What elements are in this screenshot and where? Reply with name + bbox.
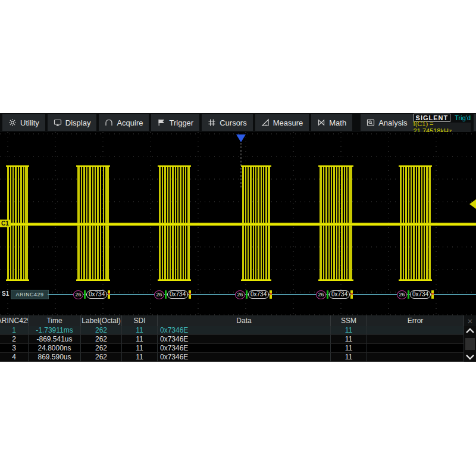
cell-time: -1.73911ms — [29, 326, 81, 335]
close-table-button[interactable]: × — [464, 315, 476, 326]
decode-frame-end-bar — [350, 290, 353, 299]
cell-error — [367, 326, 464, 335]
table-row-2[interactable]: 2-869.541us262110x7346E11 — [0, 335, 464, 344]
cell-error — [367, 353, 464, 362]
table-row-4[interactable]: 4869.590us262110x7346E11 — [0, 353, 464, 362]
menu-bar: UtilityDisplayAcquireTriggerCursorsMeasu… — [0, 113, 476, 132]
cell-time: 869.590us — [29, 353, 81, 362]
decode-frame: 260x734 — [235, 290, 272, 299]
cell-error — [367, 335, 464, 344]
decode-frame-label: 26 — [73, 290, 83, 299]
cursors-icon — [208, 118, 216, 127]
table-scrollbar[interactable] — [464, 326, 476, 362]
cell-data: 0x7346E — [158, 344, 331, 353]
cell-index: 3 — [0, 344, 29, 353]
decode-frame: 260x734 — [316, 290, 353, 299]
arinc429-config-button[interactable]: ARINC429 CONFIG — [474, 114, 476, 131]
decode-frame-end-bar — [270, 290, 272, 299]
cell-sdi: 11 — [122, 344, 158, 353]
cell-data: 0x7346E — [158, 353, 331, 362]
oscilloscope-screen: UtilityDisplayAcquireTriggerCursorsMeasu… — [0, 113, 476, 362]
frequency-readout: f(C1) = 21.74518kHz — [414, 123, 471, 132]
cell-data: 0x7346E — [158, 335, 331, 344]
waveform-plot — [0, 132, 476, 315]
menu-item-label: Cursors — [220, 118, 247, 127]
cell-label: 262 — [81, 344, 122, 353]
decode-frame-data: 0x734 — [410, 290, 431, 299]
flag-icon — [157, 118, 165, 127]
menu-item-label: Display — [65, 118, 91, 127]
decode-frame-end-bar — [108, 290, 110, 299]
cell-data: 0x7346E — [158, 326, 331, 335]
menu-item-utility[interactable]: Utility — [2, 114, 45, 131]
decode-frame-data: 0x734 — [167, 290, 188, 299]
math-icon — [317, 118, 325, 127]
acquire-icon — [105, 118, 113, 127]
table-row-1[interactable]: 1-1.73911ms262110x7346E11 — [0, 326, 464, 335]
column-header-label-octal-: Label(Octal) — [81, 315, 122, 326]
decode-frame-label: 26 — [154, 290, 164, 299]
menu-item-label: Trigger — [169, 118, 193, 127]
cell-sdi: 11 — [122, 326, 158, 335]
trace-baseline-bright — [0, 224, 476, 226]
column-header-error: Error — [367, 315, 464, 326]
decode-table: ARINC429TimeLabel(Octal)SDIDataSSMError … — [0, 315, 476, 362]
cell-time: -869.541us — [29, 335, 81, 344]
cell-ssm: 11 — [331, 353, 367, 362]
table-row-3[interactable]: 324.8000ns262110x7346E11 — [0, 344, 464, 353]
analysis-icon — [367, 118, 375, 127]
trigger-level-marker[interactable] — [469, 199, 476, 209]
menu-item-cursors[interactable]: Cursors — [202, 114, 253, 131]
menu-item-label: Math — [329, 118, 346, 127]
menu-item-math[interactable]: Math — [311, 114, 352, 131]
channel-c1-badge[interactable]: C1 — [0, 220, 11, 227]
decode-frame-end-bar — [189, 290, 191, 299]
measure-icon — [261, 118, 270, 127]
gear-icon — [8, 118, 17, 127]
cell-time: 24.8000ns — [29, 344, 81, 353]
decode-frame: 260x734 — [154, 290, 191, 299]
display-icon — [54, 118, 62, 127]
decode-frame-start-bracket — [408, 290, 409, 299]
menu-item-label: Measure — [273, 118, 303, 127]
decode-frame-start-bracket — [327, 290, 328, 299]
cell-ssm: 11 — [331, 326, 367, 335]
cell-sdi: 11 — [122, 335, 158, 344]
scroll-down-button[interactable] — [464, 352, 476, 362]
decode-frame-label: 26 — [235, 290, 245, 299]
menu-item-analysis[interactable]: Analysis — [361, 114, 413, 131]
cell-error — [367, 344, 464, 353]
decode-frame-start-bracket — [84, 290, 86, 299]
decode-frame: 260x734 — [397, 290, 434, 299]
cell-label: 262 — [81, 335, 122, 344]
cell-label: 262 — [81, 353, 122, 362]
decode-frame: 260x734 — [73, 290, 110, 299]
cell-label: 262 — [81, 326, 122, 335]
menu-item-acquire[interactable]: Acquire — [99, 114, 149, 131]
cell-index: 1 — [0, 326, 29, 335]
decode-frame-start-bracket — [165, 290, 167, 299]
scroll-up-button[interactable] — [464, 326, 476, 336]
decode-bus-label[interactable]: ARINC429 — [11, 290, 49, 299]
brand-block: SIGLENT Trig'd f(C1) = 21.74518kHz — [414, 113, 471, 132]
cell-ssm: 11 — [331, 344, 367, 353]
menu-item-display[interactable]: Display — [48, 114, 97, 131]
cell-sdi: 11 — [122, 353, 158, 362]
column-header-data: Data — [158, 315, 331, 326]
decode-frame-data: 0x734 — [86, 290, 107, 299]
scrollbar-thumb[interactable] — [465, 338, 475, 350]
menu-item-trigger[interactable]: Trigger — [151, 114, 199, 131]
column-header-arinc429: ARINC429 — [0, 315, 29, 326]
decode-frame-data: 0x734 — [248, 290, 269, 299]
menu-item-label: Acquire — [117, 118, 143, 127]
menu-item-label: Utility — [20, 118, 39, 127]
trigger-position-marker[interactable] — [236, 134, 246, 142]
decode-frame-data: 0x734 — [329, 290, 350, 299]
decode-frame-start-bracket — [246, 290, 248, 299]
cell-index: 4 — [0, 353, 29, 362]
menu-item-label: Analysis — [378, 118, 407, 127]
column-header-time: Time — [29, 315, 81, 326]
menu-item-measure[interactable]: Measure — [255, 114, 309, 131]
cell-ssm: 11 — [331, 335, 367, 344]
column-header-sdi: SDI — [122, 315, 158, 326]
